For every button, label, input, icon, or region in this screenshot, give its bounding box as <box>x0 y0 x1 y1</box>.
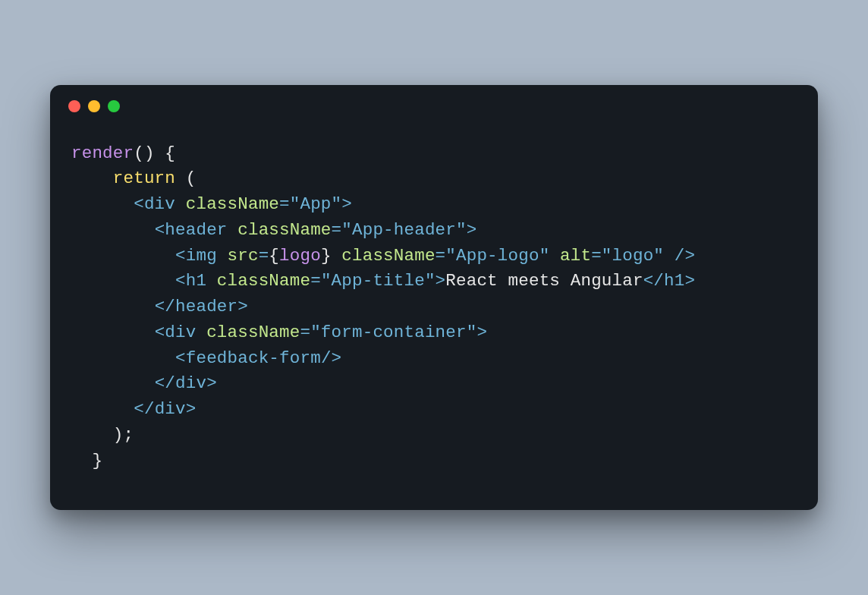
token-gt: > <box>467 220 477 240</box>
minimize-icon[interactable] <box>88 100 100 112</box>
token-attr-alt: alt <box>560 246 591 266</box>
token-tag-div: div <box>155 399 186 419</box>
token-lt: < <box>175 348 186 368</box>
token-str-App-title: "App-title" <box>321 271 436 291</box>
token-str-App-logo: "App-logo" <box>445 246 549 266</box>
token-attr-className: className <box>237 220 331 240</box>
token-paren-close: ) <box>144 143 155 163</box>
token-lt: < <box>175 246 186 266</box>
token-self-close: /> <box>675 246 695 266</box>
token-eq: = <box>279 194 290 214</box>
zoom-icon[interactable] <box>108 100 120 112</box>
close-icon[interactable] <box>68 100 80 112</box>
token-brace-open: { <box>165 143 175 163</box>
token-tag-div: div <box>144 194 175 214</box>
token-lt: < <box>175 271 186 291</box>
token-eq: = <box>300 323 310 342</box>
token-paren-open: ( <box>186 168 197 188</box>
token-tag-h1: h1 <box>664 271 684 291</box>
token-tag-feedback-form: feedback-form <box>186 348 321 368</box>
token-str-App-header: "App-header" <box>341 220 466 240</box>
token-brace-close: } <box>92 451 102 471</box>
token-paren-open: ( <box>134 143 144 163</box>
token-lt-slash: </ <box>155 373 175 393</box>
token-paren-close: ) <box>113 425 124 445</box>
editor-window: render() { return ( <div className="App"… <box>50 85 818 511</box>
token-brace-close: } <box>321 246 332 266</box>
token-lt-slash: </ <box>134 399 154 419</box>
token-attr-className: className <box>217 271 310 291</box>
token-gt: > <box>436 271 446 291</box>
token-return: return <box>113 168 175 188</box>
token-tag-div: div <box>175 373 206 393</box>
token-tag-header: header <box>175 297 237 316</box>
token-eq: = <box>591 246 602 266</box>
page-background: render() { return ( <div className="App"… <box>0 0 868 595</box>
token-attr-className: className <box>186 194 279 214</box>
token-fn-name: render <box>71 143 134 163</box>
token-space <box>155 143 165 163</box>
token-tag-h1: h1 <box>186 271 206 291</box>
token-expr-logo: logo <box>279 246 321 266</box>
token-brace-open: { <box>269 246 279 266</box>
token-lt: < <box>155 220 165 240</box>
token-eq: = <box>332 220 342 240</box>
token-tag-div: div <box>165 323 196 342</box>
token-str-App: "App" <box>290 194 342 214</box>
token-gt: > <box>476 323 487 342</box>
code-block: render() { return ( <div className="App"… <box>50 120 818 511</box>
token-gt: > <box>684 271 695 291</box>
token-space <box>175 168 186 188</box>
token-str-logo: "logo" <box>602 246 664 266</box>
token-eq: = <box>259 246 269 266</box>
token-text-h1: React meets Angular <box>445 271 643 291</box>
token-self-close: /> <box>321 348 341 368</box>
token-semi: ; <box>124 425 134 445</box>
token-attr-className: className <box>341 246 435 266</box>
token-gt: > <box>186 399 197 419</box>
window-title-bar <box>50 85 818 120</box>
token-gt: > <box>237 297 248 316</box>
token-gt: > <box>341 194 352 214</box>
token-lt: < <box>155 323 165 342</box>
token-str-form-container: "form-container" <box>310 323 476 342</box>
token-attr-src: src <box>228 246 259 266</box>
token-tag-img: img <box>186 246 217 266</box>
token-eq: = <box>436 246 446 266</box>
token-lt: < <box>134 194 144 214</box>
token-eq: = <box>310 271 321 291</box>
token-gt: > <box>206 373 217 393</box>
token-lt-slash: </ <box>643 271 664 291</box>
token-tag-header: header <box>165 220 227 240</box>
token-lt-slash: </ <box>155 297 175 316</box>
token-attr-className: className <box>206 323 300 342</box>
